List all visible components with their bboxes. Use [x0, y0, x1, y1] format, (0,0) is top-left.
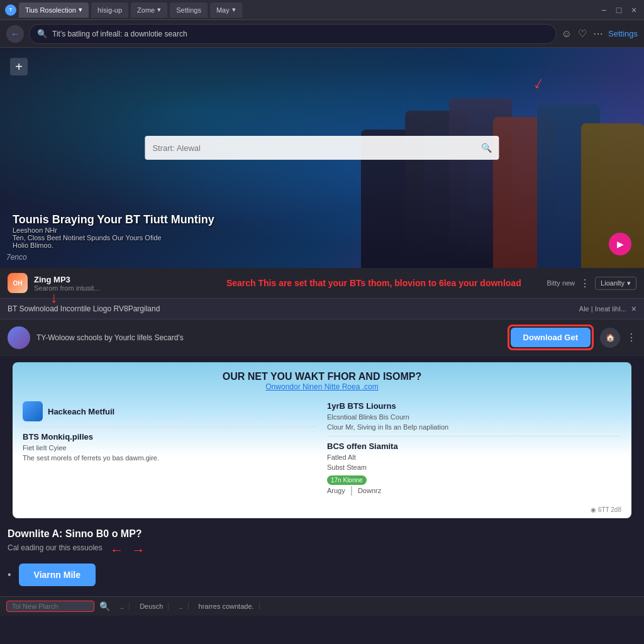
download-get-btn-wrapper: Download Get — [508, 325, 594, 350]
promo-right-sub: Elcsntioal Blinks Bis Courn — [327, 413, 621, 421]
download-bar: ↓ BT Sowlnoload Incorntile Liogo RV8Parg… — [0, 299, 644, 319]
hero-subtitle2: Ten, Closs Beet Notinet Spunds Our Yours… — [13, 234, 214, 242]
hero-subtitle3: Holio Blimoo. — [13, 242, 214, 249]
zing-actions: Bitty new ⋮ Lioanlty ▾ — [547, 277, 636, 290]
promo-title: OUR NET YOU WAKT FHOR AND ISOMP? — [23, 371, 621, 382]
promo-actions: Arugy | Downrz — [327, 485, 621, 499]
more-icon[interactable]: ⋯ — [593, 28, 603, 40]
bottom-title: Downlite A: Sinno B0 o MP? — [8, 528, 636, 540]
tab-zome[interactable]: Zome ▾ — [131, 3, 167, 18]
close-download-button[interactable]: × — [631, 304, 636, 314]
address-bar[interactable]: 🔍 Tit's batling of infeall: a downlotie … — [29, 24, 557, 44]
promo-right-title2: BCS offen Siamita — [327, 441, 621, 451]
promo-item-icon — [23, 401, 43, 421]
promo-right-sub2: Fatled Alt — [327, 453, 621, 461]
promo-actions-divider: | — [350, 485, 353, 496]
hero-banner: + 🔍 Tounis Braying Your BT Tiutt Muntiny… — [0, 48, 644, 268]
settings-link[interactable]: Settings — [608, 29, 638, 38]
search-icon: 🔍 — [37, 29, 47, 38]
hero-title: Tounis Braying Your BT Tiutt Muntiny — [13, 213, 214, 226]
song-row: TY-Woloow schools by Yourlc lifels Secar… — [0, 319, 644, 356]
zing-more-icon[interactable]: ⋮ — [580, 277, 590, 289]
download-bar-actions: Ale | Ineat lihl... × — [579, 304, 636, 314]
chevron-down-icon-lioanlty: ▾ — [627, 279, 631, 287]
status-item-4: hrarres cowntade. — [194, 602, 260, 610]
promo-item-info: Hackeach Metfuil — [48, 407, 114, 416]
tab-settings[interactable]: Settings — [170, 3, 208, 18]
bottom-section: Downlite A: Sinno B0 o MP? Cal eading ou… — [0, 518, 644, 596]
lioanlty-button[interactable]: Lioanlty ▾ — [595, 277, 636, 290]
promo-action-downrz[interactable]: Downrz — [358, 485, 381, 496]
zing-info: Zing MP3 Searom from intusit... — [34, 275, 201, 292]
window-controls: − □ × — [599, 5, 639, 15]
bitty-new-label: Bitty new — [547, 279, 575, 287]
red-arrow-down-icon: ↓ — [50, 289, 58, 306]
minimize-button[interactable]: − — [599, 5, 609, 15]
back-button[interactable]: ← — [6, 25, 24, 43]
tab-hisig[interactable]: hísig-up — [91, 3, 128, 18]
red-arrow-right-icon: → — [131, 542, 145, 558]
promo-right-desc: Clour Mr, Siving in lls an Belp napliati… — [327, 423, 621, 431]
heart-icon[interactable]: ♡ — [578, 28, 587, 40]
bullet-point: • — [8, 569, 11, 580]
viann-mile-button[interactable]: Viarnn Mile — [19, 564, 96, 586]
close-button[interactable]: × — [629, 5, 639, 15]
red-arrow-left-icon: ← — [110, 542, 124, 558]
zing-annotation-text: Search This are set that your BTs thom, … — [207, 278, 540, 288]
promo-item-1: Hackeach Metfuil — [23, 401, 317, 421]
promo-right: 1yrB BTS Liourns Elcsntioal Blinks Bis C… — [327, 401, 621, 499]
promo-section-desc-left: The sest morels of ferrets yo bas dawm.g… — [23, 454, 317, 462]
hero-search-input[interactable] — [152, 143, 475, 153]
promo-card-wrapper: OUR NET YOU WAKT FHOR AND ISOMP? Onwondo… — [0, 356, 644, 518]
promo-link[interactable]: Onwondor Ninen Nitte Roea .com — [23, 382, 621, 391]
promo-left: Hackeach Metfuil BTS Monkiq.pilles Fiet … — [23, 401, 317, 499]
browser-action-icons: ☺ ♡ ⋯ — [562, 28, 603, 40]
promo-right-title: 1yrB BTS Liourns — [327, 401, 621, 411]
hero-search-icon: 🔍 — [481, 143, 492, 153]
tab-may[interactable]: May ▾ — [210, 3, 242, 18]
bottom-desc: Cal eading our this essuoles — [8, 543, 103, 552]
tab-app-name[interactable]: Tius Rosolection ▾ — [19, 3, 89, 18]
main-content: + 🔍 Tounis Braying Your BT Tiutt Muntiny… — [0, 48, 644, 644]
status-bar: 🔍 .. Deusch .. hrarres cowntade. — [0, 596, 644, 616]
search-status-icon: 🔍 — [99, 601, 110, 611]
promo-action-arugy[interactable]: Arugy — [327, 485, 345, 496]
promo-header: OUR NET YOU WAKT FHOR AND ISOMP? Onwondo… — [13, 362, 631, 396]
hero-text-overlay: Tounis Braying Your BT Tiutt Muntiny Lee… — [13, 213, 214, 249]
promo-item-title: Hackeach Metfuil — [48, 407, 114, 416]
promo-badge: 17n Klonne — [327, 475, 367, 485]
title-bar: T Tius Rosolection ▾ hísig-up Zome ▾ Set… — [0, 0, 644, 20]
hero-search-bar[interactable]: 🔍 — [145, 136, 499, 160]
status-item-3: .. — [174, 602, 188, 610]
scroll-area[interactable]: OH Zing MP3 Searom from intusit... Searc… — [0, 268, 644, 644]
hero-logo-badge: 7enco — [6, 253, 27, 262]
status-search-input[interactable] — [6, 601, 94, 612]
smiley-icon[interactable]: ☺ — [562, 28, 572, 40]
zing-app-icon: OH — [8, 273, 28, 293]
address-text: Tit's batling of infeall: a downlotie se… — [52, 30, 187, 38]
ale-text: Ale | Ineat lihl... — [579, 305, 626, 313]
song-title: TY-Woloow schools by Yourlc lifels Secar… — [36, 333, 501, 342]
app-name-label: Tius Rosolection — [25, 6, 76, 14]
zing-app-name: Zing MP3 — [34, 275, 201, 284]
song-extra-icon[interactable]: 🏠 — [600, 328, 620, 348]
download-get-button[interactable]: Download Get — [511, 328, 591, 347]
song-avatar — [8, 326, 30, 349]
bottom-row: • Viarnn Mile — [8, 564, 636, 586]
maximize-button[interactable]: □ — [614, 5, 624, 15]
hero-subtitle1: Leeshoon NHr — [13, 226, 214, 234]
browser-bar: ← 🔍 Tit's batling of infeall: a downloti… — [0, 20, 644, 48]
hero-add-button[interactable]: + — [10, 58, 28, 75]
status-item-deutsch: Deusch — [135, 602, 169, 610]
chevron-down-icon-may: ▾ — [232, 6, 236, 14]
promo-section-title-left: BTS Monkiq.pilles — [23, 432, 317, 441]
zing-app-desc: Searom from intusit... — [34, 284, 201, 292]
bottom-desc-row: Cal eading our this essuoles ← → — [8, 542, 636, 558]
download-bar-title: BT Sowlnoload Incorntile Liogo RV8Pargil… — [8, 304, 573, 313]
hero-play-button[interactable]: ▶ — [609, 233, 631, 255]
song-more-icon[interactable]: ⋮ — [626, 331, 636, 343]
promo-content: Hackeach Metfuil BTS Monkiq.pilles Fiet … — [13, 396, 631, 504]
promo-card: OUR NET YOU WAKT FHOR AND ISOMP? Onwondo… — [13, 362, 631, 518]
promo-right-desc2: Subst Steam — [327, 464, 621, 471]
status-item-1: .. — [115, 602, 130, 610]
